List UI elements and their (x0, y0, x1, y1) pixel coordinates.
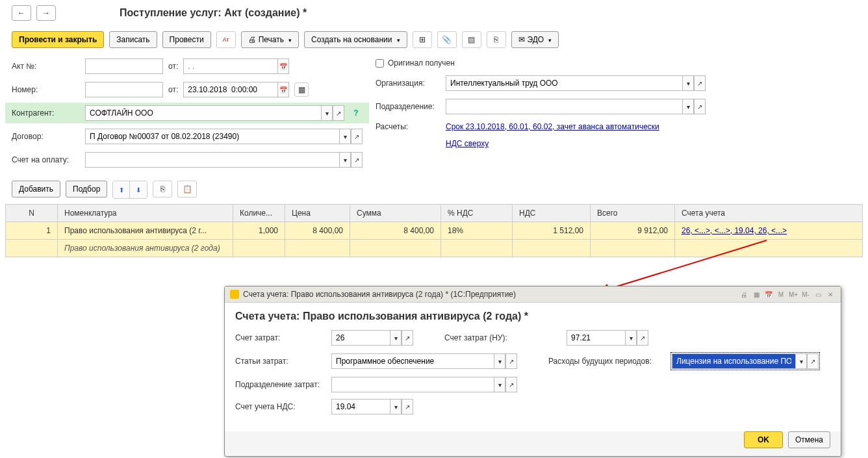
podrazdelenie-label: Подразделение: (376, 102, 440, 111)
help-icon[interactable]: ? (350, 108, 363, 118)
open-icon[interactable]: ↗ (351, 152, 363, 168)
organization-input[interactable] (446, 75, 682, 91)
report-icon[interactable]: ▤ (462, 31, 481, 48)
back-button[interactable]: ← (12, 5, 31, 21)
akt-no-label: Акт №: (12, 62, 80, 71)
invoice-label: Счет на оплату: (12, 155, 80, 164)
dropdown-icon[interactable]: ▾ (321, 105, 333, 121)
from-label-2: от: (168, 85, 178, 94)
raschety-link[interactable]: Срок 23.10.2018, 60.01, 60.02, зачет ава… (446, 122, 659, 131)
post-button[interactable]: Провести (162, 31, 211, 48)
move-down-icon[interactable]: ⬇ (130, 181, 147, 198)
col-price[interactable]: Цена (285, 205, 350, 222)
print-button[interactable]: 🖨Печать (241, 31, 299, 48)
col-vat-pct[interactable]: % НДС (441, 205, 513, 222)
create-based-on-button[interactable]: Создать на основании (304, 31, 407, 48)
kontragent-input[interactable] (85, 105, 321, 121)
col-n[interactable]: N (6, 205, 58, 222)
dropdown-icon[interactable]: ▾ (339, 152, 351, 168)
col-qty[interactable]: Количе... (233, 205, 285, 222)
pick-button[interactable]: Подбор (66, 181, 107, 197)
save-button[interactable]: Записать (109, 31, 157, 48)
calendar-icon-2[interactable]: 📅 (277, 82, 289, 97)
col-vat[interactable]: НДС (513, 205, 591, 222)
items-table: N Номенклатура Количе... Цена Сумма % НД… (5, 204, 863, 257)
dropdown-icon[interactable]: ▾ (339, 129, 351, 144)
organization-label: Организация: (376, 79, 440, 88)
dogovor-label: Договор: (12, 132, 80, 141)
accounts-cell[interactable]: 26, <...>, <...>, 19.04, 26, <...> (675, 222, 863, 240)
move-up-icon[interactable]: ⬆ (113, 181, 130, 198)
calendar-icon[interactable]: 📅 (277, 58, 289, 74)
col-sum[interactable]: Сумма (350, 205, 441, 222)
open-icon[interactable]: ↗ (333, 105, 344, 121)
akt-no-input[interactable] (85, 58, 163, 74)
dogovor-input[interactable] (85, 129, 339, 144)
forward-button[interactable]: → (36, 5, 56, 21)
open-icon[interactable]: ↗ (351, 129, 363, 144)
copy-icon[interactable]: ⎘ (153, 181, 172, 197)
dt-kt-icon[interactable]: Ат (216, 31, 236, 48)
main-toolbar: Провести и закрыть Записать Провести Ат … (5, 29, 863, 51)
add-row-button[interactable]: Добавить (12, 181, 60, 197)
printer-icon: 🖨 (248, 35, 256, 44)
kontragent-label: Контрагент: (12, 108, 80, 118)
original-label: Оригинал получен (388, 58, 455, 68)
table-row[interactable]: 1 Право использования антивируса (2 г...… (6, 222, 863, 240)
mail-icon: ✉ (518, 35, 525, 44)
number-input[interactable] (85, 82, 163, 97)
from-label-1: от: (168, 62, 178, 71)
dropdown-icon[interactable]: ▾ (682, 75, 694, 91)
col-nomenklatura[interactable]: Номенклатура (58, 205, 233, 222)
original-checkbox[interactable] (376, 59, 384, 68)
invoice-input[interactable] (85, 152, 339, 168)
open-icon[interactable]: ↗ (694, 99, 706, 114)
paste-icon[interactable]: 📋 (177, 181, 197, 197)
extra-icon[interactable]: ▦ (294, 83, 309, 97)
page-title: Поступление услуг: Акт (создание) * (120, 7, 307, 19)
table-row-desc: Право использования антивируса (2 года) (6, 240, 863, 257)
edo-button[interactable]: ✉ЭДО (511, 31, 559, 48)
podrazdelenie-input[interactable] (446, 99, 682, 114)
akt-date-input[interactable] (183, 58, 277, 74)
number-label: Номер: (12, 85, 80, 94)
col-total[interactable]: Всего (591, 205, 675, 222)
dropdown-icon[interactable]: ▾ (682, 99, 694, 114)
attach-icon[interactable]: 📎 (437, 31, 457, 48)
nds-link[interactable]: НДС сверху (446, 139, 489, 148)
open-icon[interactable]: ↗ (694, 75, 706, 91)
post-close-button[interactable]: Провести и закрыть (12, 31, 104, 48)
raschety-label: Расчеты: (376, 122, 440, 131)
col-accounts[interactable]: Счета учета (675, 205, 863, 222)
date-input[interactable] (183, 82, 277, 97)
doc-icon[interactable]: ⎘ (487, 31, 506, 48)
structure-icon[interactable]: ⊞ (413, 31, 432, 48)
